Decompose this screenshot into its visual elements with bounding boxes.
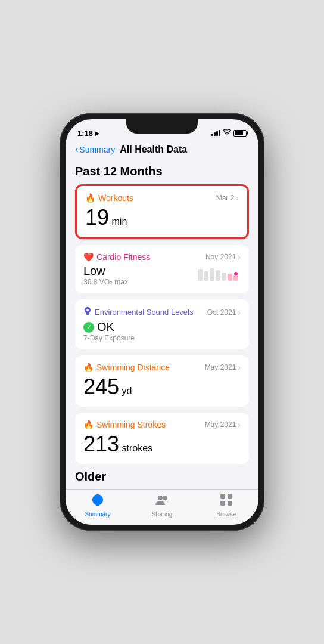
section-past-months: Past 12 Months — [75, 165, 249, 178]
svg-rect-3 — [216, 270, 220, 281]
swimming-strokes-icon: 🔥 — [83, 420, 94, 429]
tab-sharing-label: Sharing — [152, 511, 172, 518]
svg-rect-0 — [198, 269, 202, 281]
swimming-strokes-label: Swimming Strokes — [96, 420, 166, 429]
check-circle-icon: ✓ — [83, 322, 94, 333]
svg-rect-5 — [228, 274, 232, 281]
workouts-card-title: 🔥 Workouts — [85, 193, 133, 203]
workouts-icon: 🔥 — [85, 193, 95, 203]
wifi-icon — [223, 129, 231, 137]
cardio-fitness-value: Low — [83, 264, 198, 278]
back-label[interactable]: Summary — [79, 145, 115, 154]
page-title: All Health Data — [120, 144, 187, 155]
swimming-strokes-card[interactable]: 🔥 Swimming Strokes May 2021 › 213 stroke… — [75, 413, 249, 464]
swimming-distance-label: Swimming Distance — [96, 363, 170, 372]
svg-rect-4 — [222, 273, 226, 281]
swimming-distance-value: 245 — [83, 374, 119, 399]
cardio-fitness-date: Nov 2021 › — [205, 252, 241, 262]
svg-point-8 — [86, 309, 89, 311]
swimming-distance-value-row: 245 yd — [83, 374, 241, 400]
workouts-value-row: 19 min — [85, 205, 239, 230]
svg-rect-11 — [220, 494, 225, 499]
content-area: Past 12 Months 🔥 Workouts Mar 2 › 19 min — [66, 160, 258, 489]
environmental-sound-card[interactable]: Environmental Sound Levels Oct 2021 › ✓ … — [75, 299, 249, 349]
phone-screen: 1:18 ▶ — [66, 119, 258, 525]
workouts-chevron-icon: › — [236, 193, 239, 203]
ear-icon — [83, 306, 92, 318]
cardio-fitness-subtitle: 36.8 VO₂ max — [83, 278, 198, 286]
workouts-unit: min — [112, 216, 127, 227]
tab-browse-icon — [220, 493, 233, 510]
environmental-sound-label: Environmental Sound Levels — [95, 308, 194, 317]
cardio-fitness-card[interactable]: ❤️ Cardio Fitness Nov 2021 › Low 36.8 VO… — [75, 245, 249, 293]
cardio-chevron-icon: › — [238, 252, 241, 262]
tab-browse[interactable]: Browse — [194, 493, 258, 518]
workouts-date: Mar 2 › — [216, 193, 239, 203]
environmental-sound-subtitle: 7-Day Exposure — [83, 334, 241, 342]
tab-summary-label: Summary — [85, 511, 111, 518]
workouts-card[interactable]: 🔥 Workouts Mar 2 › 19 min — [75, 184, 249, 239]
tab-sharing[interactable]: Sharing — [130, 493, 194, 518]
swimming-strokes-unit: strokes — [122, 443, 153, 453]
swimming-distance-card[interactable]: 🔥 Swimming Distance May 2021 › 245 yd — [75, 355, 249, 407]
tab-bar: Summary Sharing — [66, 489, 258, 525]
nav-bar: ‹ Summary All Health Data — [66, 142, 258, 160]
tab-browse-label: Browse — [216, 511, 236, 518]
cardio-fitness-icon: ❤️ — [83, 252, 94, 262]
workouts-value: 19 — [85, 205, 109, 230]
svg-rect-14 — [228, 501, 232, 506]
back-chevron-icon: ‹ — [75, 144, 78, 155]
swimming-strokes-value: 213 — [83, 432, 119, 456]
svg-rect-12 — [228, 494, 232, 499]
environmental-chevron-icon: › — [238, 308, 241, 317]
cardio-fitness-label: Cardio Fitness — [96, 252, 150, 262]
location-icon: ▶ — [95, 130, 99, 137]
ok-badge: ✓ OK — [83, 320, 241, 334]
svg-rect-6 — [233, 275, 238, 281]
swimming-distance-unit: yd — [122, 386, 132, 396]
swimming-distance-date: May 2021 › — [205, 363, 241, 372]
signal-icon — [211, 130, 220, 136]
swimming-strokes-title: 🔥 Swimming Strokes — [83, 420, 166, 429]
cardio-fitness-chart — [198, 264, 241, 283]
notch — [126, 119, 198, 134]
status-time: 1:18 ▶ — [77, 129, 99, 138]
environmental-sound-date: Oct 2021 › — [207, 308, 241, 317]
svg-rect-2 — [210, 268, 214, 281]
tab-sharing-icon — [154, 493, 170, 510]
svg-rect-13 — [220, 501, 225, 506]
svg-point-9 — [158, 496, 163, 500]
cardio-fitness-title: ❤️ Cardio Fitness — [83, 252, 150, 262]
svg-point-10 — [163, 496, 167, 500]
swimming-strokes-date: May 2021 › — [205, 420, 241, 429]
tab-summary[interactable]: Summary — [66, 493, 130, 518]
phone-frame: 1:18 ▶ — [60, 113, 264, 531]
swimming-distance-title: 🔥 Swimming Distance — [83, 363, 170, 372]
swimming-strokes-chevron-icon: › — [238, 420, 241, 429]
environmental-sound-title: Environmental Sound Levels — [83, 306, 194, 318]
swimming-distance-chevron-icon: › — [238, 363, 241, 372]
tab-summary-icon — [91, 493, 105, 510]
environmental-sound-value: OK — [97, 320, 114, 334]
swimming-strokes-value-row: 213 strokes — [83, 432, 241, 457]
status-icons — [211, 129, 247, 137]
svg-rect-1 — [204, 271, 208, 281]
workouts-label: Workouts — [98, 193, 133, 203]
section-older: Older — [75, 470, 249, 484]
battery-icon — [233, 130, 247, 137]
swimming-distance-icon: 🔥 — [83, 363, 94, 372]
svg-point-7 — [234, 272, 238, 275]
back-button[interactable]: ‹ Summary — [75, 144, 115, 155]
